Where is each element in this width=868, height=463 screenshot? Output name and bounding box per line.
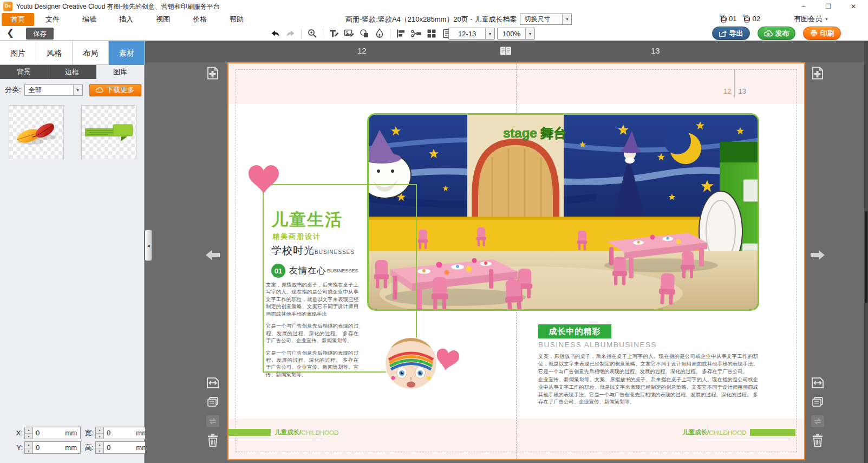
close-button[interactable]: ✕ <box>841 0 866 13</box>
add-page-icon[interactable] <box>811 66 825 80</box>
left-page-section[interactable]: 学校时光 BUSINESSES <box>271 244 355 258</box>
tab-styles[interactable]: 风格 <box>36 41 73 65</box>
right-page-heading-en[interactable]: BUSINESS ALBUMBUSINESS <box>538 341 657 349</box>
menu-help[interactable]: 帮助 <box>218 13 255 26</box>
spin-up-icon[interactable]: ▲ <box>25 427 32 434</box>
publish-button[interactable]: 发布 <box>758 27 795 40</box>
left-page-title[interactable]: 儿童生活 <box>271 208 343 231</box>
banner-image <box>82 106 136 159</box>
copy-page-icon[interactable] <box>206 395 220 409</box>
menu-insert[interactable]: 插入 <box>108 13 145 26</box>
undo-button[interactable] <box>270 28 281 40</box>
spin-down-icon[interactable]: ▼ <box>25 434 32 440</box>
delete-page-icon[interactable] <box>206 433 220 447</box>
x-stepper[interactable]: ▲▼ <box>24 427 33 439</box>
delete-page-icon[interactable] <box>811 433 825 447</box>
y-stepper[interactable]: ▲▼ <box>24 441 33 454</box>
left-page-paragraphs[interactable]: 文案，原指放书的桌子，后来指在桌子上写字的人。现在指的是公司或企业中从事文字工作… <box>266 281 358 383</box>
category-dropdown[interactable]: 全部 ▼ <box>24 84 83 96</box>
spin-down-icon[interactable]: ▼ <box>96 434 103 440</box>
heart-decoration[interactable] <box>249 165 279 193</box>
page-corner-numbers: 12 13 <box>723 77 746 105</box>
page-resize-icon[interactable] <box>206 376 220 390</box>
y-input[interactable] <box>33 444 61 452</box>
spin-up-icon[interactable]: ▲ <box>96 442 103 448</box>
width-input[interactable] <box>104 429 132 437</box>
left-page-badge-row[interactable]: 01 友情在心 BUSINESSES <box>271 264 358 278</box>
member-label: 有图会员 <box>794 14 822 24</box>
align-icon[interactable] <box>395 28 407 40</box>
edit-image-icon[interactable] <box>343 28 355 40</box>
page-spread[interactable]: 12 13 <box>227 62 805 460</box>
print-button[interactable]: 印刷 <box>803 27 841 40</box>
page-resize-icon[interactable] <box>811 376 825 390</box>
width-field: mm <box>104 427 152 439</box>
right-page-heading[interactable]: 成长中的精彩 <box>538 324 611 338</box>
sidebar-tabs: 图片 风格 布局 素材 <box>0 41 145 65</box>
grid-view-icon[interactable] <box>426 28 437 40</box>
classroom-photo[interactable]: stage 舞台 <box>367 113 759 311</box>
left-sidebar: 图片 风格 布局 素材 背景 边框 图库 分类: 全部 ▼ 下载更多 <box>0 41 145 463</box>
export-button[interactable]: 导出 <box>712 27 750 40</box>
menu-home[interactable]: 首页 <box>2 13 34 26</box>
chevron-down-icon: ▼ <box>825 17 828 21</box>
height-input[interactable] <box>104 444 132 452</box>
vertical-scrollbar[interactable] <box>864 41 868 463</box>
height-stepper[interactable]: ▲▼ <box>95 441 104 454</box>
member-menu[interactable]: 有图会员 ▼ <box>794 14 828 24</box>
scrollbar-thumb[interactable] <box>865 211 867 303</box>
spin-down-icon[interactable]: ▼ <box>96 448 103 454</box>
qq-account-2[interactable]: 02 <box>742 14 760 23</box>
prev-page-arrow[interactable] <box>206 248 220 262</box>
left-page-footer[interactable]: 儿童成长/ CHILDHOOD <box>229 428 338 436</box>
zoom-level-dropdown[interactable]: 100% ▼ <box>497 28 535 40</box>
add-page-icon[interactable] <box>206 66 220 80</box>
footer-text-cn: 儿童成长/ <box>275 428 301 436</box>
spin-up-icon[interactable]: ▲ <box>96 427 103 434</box>
width-stepper[interactable]: ▲▼ <box>95 427 104 439</box>
right-page-footer[interactable]: 儿童成长/ CHILDHOOD <box>682 428 795 436</box>
toolbar: ❮ 保存 12-13 ▼ 100% ▼ 导出 发布 印 <box>0 26 868 41</box>
spread-view-icon[interactable] <box>500 46 512 57</box>
subtab-backgrounds[interactable]: 背景 <box>0 65 48 79</box>
magic-select-icon[interactable] <box>306 28 318 40</box>
tab-materials[interactable]: 素材 <box>109 41 145 65</box>
qq-account-1[interactable]: 01 <box>719 14 736 23</box>
x-label: X: <box>12 429 23 437</box>
menu-price[interactable]: 价格 <box>181 13 218 26</box>
menu-file[interactable]: 文件 <box>34 13 71 26</box>
export-icon <box>719 30 727 37</box>
tab-images[interactable]: 图片 <box>0 41 36 65</box>
x-unit: mm <box>61 429 80 437</box>
shape-tool-icon[interactable] <box>358 28 370 40</box>
spin-down-icon[interactable]: ▼ <box>25 448 32 454</box>
redo-button[interactable] <box>285 28 296 40</box>
material-thumb-green-banner[interactable] <box>81 105 136 159</box>
menu-edit[interactable]: 编辑 <box>71 13 108 26</box>
left-page-subtitle[interactable]: 精美画册设计 <box>272 232 321 242</box>
edit-text-icon[interactable] <box>328 28 340 40</box>
material-thumb-autumn-leaves[interactable] <box>9 105 64 159</box>
copy-page-icon[interactable] <box>811 395 825 409</box>
menu-view[interactable]: 视图 <box>145 13 181 26</box>
x-input[interactable] <box>33 429 61 437</box>
collapse-icon: ◀ <box>147 244 150 247</box>
subtab-gallery[interactable]: 图库 <box>96 65 145 79</box>
back-button[interactable]: ❮ <box>6 27 14 38</box>
child-face-photo[interactable] <box>386 338 436 389</box>
heart-decoration[interactable] <box>434 348 460 373</box>
maximize-button[interactable]: ❐ <box>816 0 841 13</box>
tab-layout[interactable]: 布局 <box>73 41 109 65</box>
page-selector-dropdown[interactable]: 12-13 ▼ <box>448 28 495 40</box>
save-button[interactable]: 保存 <box>26 28 54 40</box>
crop-icon[interactable] <box>410 28 422 40</box>
pen-tool-icon[interactable] <box>374 28 385 40</box>
sidebar-collapse-handle[interactable]: ◀ <box>145 230 152 261</box>
switch-size-dropdown[interactable]: 切换尺寸 ▼ <box>520 14 572 25</box>
right-page-paragraphs[interactable]: 文案，原指放书的桌子，后来指在桌子上写字的人。现在指的是公司或企业中从事文字工作… <box>538 353 758 406</box>
subtab-borders[interactable]: 边框 <box>48 65 96 79</box>
spin-up-icon[interactable]: ▲ <box>25 442 32 448</box>
next-page-arrow[interactable] <box>811 248 825 262</box>
minimize-button[interactable]: – <box>791 0 816 13</box>
download-more-button[interactable]: 下载更多 <box>89 84 141 96</box>
